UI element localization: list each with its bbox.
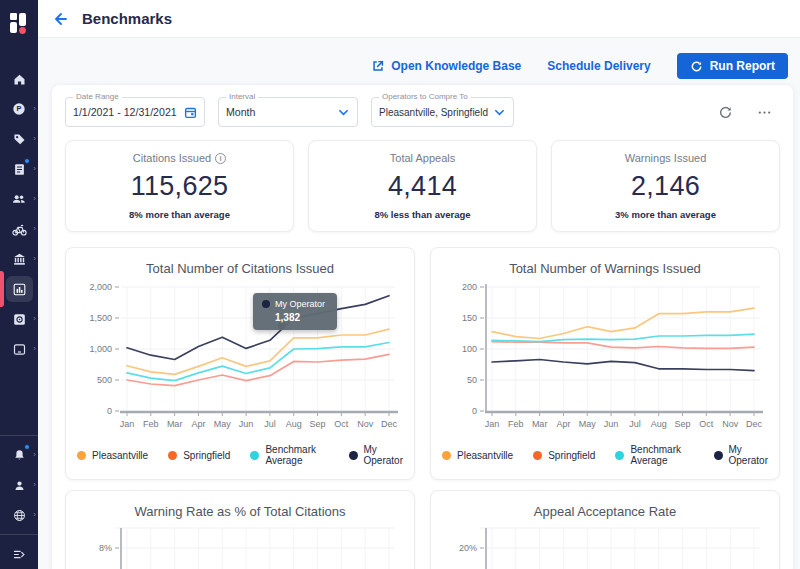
stat-value: 4,414: [388, 171, 457, 202]
report-panel: Date Range 1/1/2021 - 12/31/2021 Interva…: [52, 85, 793, 569]
chevron-down-icon: [493, 106, 506, 119]
sidebar-item-language[interactable]: ›: [0, 500, 38, 530]
svg-text:Mar: Mar: [532, 419, 548, 429]
warnings-chart-card: Total Number of Warnings Issued 05010015…: [430, 247, 780, 480]
series-dot-icon: [262, 300, 270, 308]
sidebar-item-documents[interactable]: ›: [0, 154, 38, 184]
sidebar-item-users[interactable]: ›: [0, 184, 38, 214]
sidebar-item-tags[interactable]: ›: [0, 124, 38, 154]
refresh-icon: [690, 60, 703, 73]
sidebar-item-benchmarks[interactable]: [0, 274, 38, 304]
document-icon: [12, 162, 27, 177]
legend-dot-icon: [615, 451, 624, 460]
appeal-rate-chart-card: Appeal Acceptance Rate 20%15%: [430, 490, 780, 569]
back-button[interactable]: [52, 11, 68, 27]
chart-plot: 20%15%: [442, 524, 768, 569]
legend-label: My Operator: [364, 444, 403, 466]
stat-delta: 3% more than average: [615, 209, 716, 220]
svg-text:Dec: Dec: [381, 419, 398, 429]
chart-legend: PleasantvilleSpringfieldBenchmark Averag…: [77, 444, 403, 466]
warning-rate-chart: 8%6%: [77, 524, 403, 569]
chart-plot: 05001,0001,5002,000JanFebMarAprMayJunJul…: [77, 281, 403, 437]
refresh-button[interactable]: [718, 105, 733, 120]
svg-text:Feb: Feb: [143, 419, 159, 429]
legend-label: Springfield: [548, 450, 595, 461]
bar-chart-icon: [12, 282, 27, 297]
legend-item[interactable]: Springfield: [168, 450, 230, 461]
main-area: Benchmarks Open Knowledge Base Schedule …: [38, 0, 800, 569]
legend-item[interactable]: Benchmark Average: [250, 444, 328, 466]
appeal-rate-chart: 20%15%: [442, 524, 768, 569]
bell-icon: [12, 448, 27, 463]
divider: [0, 435, 38, 436]
sidebar-item-devices[interactable]: ›: [0, 334, 38, 364]
sidebar-collapse-button[interactable]: [0, 539, 38, 569]
sidebar-item-account[interactable]: ›: [0, 470, 38, 500]
stat-value: 2,146: [631, 171, 700, 202]
sidebar-item-home[interactable]: [0, 64, 38, 94]
legend-item[interactable]: Benchmark Average: [615, 444, 693, 466]
legend-item[interactable]: Springfield: [533, 450, 595, 461]
svg-text:Aug: Aug: [286, 419, 302, 429]
svg-text:Oct: Oct: [334, 419, 349, 429]
operators-select[interactable]: Operators to Compre To Pleasantville, Sp…: [371, 97, 514, 127]
tooltip-value: 1,382: [275, 312, 328, 323]
panel-tools: [718, 105, 780, 120]
sidebar-item-notifications[interactable]: ›: [0, 440, 38, 470]
svg-text:500: 500: [97, 375, 112, 385]
schedule-delivery-link[interactable]: Schedule Delivery: [547, 59, 650, 73]
open-knowledge-base-label: Open Knowledge Base: [391, 59, 521, 73]
chart-title: Total Number of Citations Issued: [77, 261, 403, 276]
tooltip-series: My Operator: [275, 299, 325, 309]
app-logo[interactable]: [0, 0, 38, 46]
notification-dot: [24, 444, 30, 450]
svg-text:Jun: Jun: [604, 419, 619, 429]
sidebar-item-products[interactable]: ›: [0, 304, 38, 334]
svg-text:Apr: Apr: [191, 419, 205, 429]
legend-item[interactable]: Pleasantville: [442, 450, 513, 461]
svg-text:200: 200: [462, 282, 477, 292]
svg-text:20%: 20%: [459, 543, 477, 553]
warnings-chart: 050100150200JanFebMarAprMayJunJulAugSepO…: [442, 281, 768, 437]
legend-item[interactable]: Pleasantville: [77, 450, 148, 461]
app-root: P › › › › › ›: [0, 0, 800, 569]
legend-item[interactable]: My Operator: [714, 444, 768, 466]
chevron-right-icon: ›: [33, 105, 36, 113]
legend-item[interactable]: My Operator: [349, 444, 403, 466]
svg-text:50: 50: [467, 375, 477, 385]
svg-text:Nov: Nov: [722, 419, 739, 429]
svg-text:May: May: [579, 419, 597, 429]
interval-select[interactable]: Interval Month: [218, 97, 358, 127]
sidebar-item-operators[interactable]: P ›: [0, 94, 38, 124]
open-knowledge-base-link[interactable]: Open Knowledge Base: [371, 59, 521, 73]
run-report-button[interactable]: Run Report: [677, 53, 788, 79]
sidebar-item-institutions[interactable]: ›: [0, 244, 38, 274]
interval-value: Month: [226, 106, 255, 118]
page-title: Benchmarks: [82, 10, 172, 27]
svg-text:Oct: Oct: [699, 419, 714, 429]
chevron-right-icon: ›: [33, 195, 36, 203]
svg-text:Jul: Jul: [264, 419, 276, 429]
date-range-select[interactable]: Date Range 1/1/2021 - 12/31/2021: [65, 97, 205, 127]
users-icon: [11, 191, 27, 207]
date-range-value: 1/1/2021 - 12/31/2021: [73, 106, 177, 118]
svg-text:0: 0: [107, 406, 112, 416]
chevron-right-icon: ›: [33, 511, 36, 519]
divider: [0, 534, 38, 535]
charts-row-top: Total Number of Citations Issued 05001,0…: [65, 247, 780, 480]
more-options-button[interactable]: [757, 105, 772, 120]
legend-label: Pleasantville: [92, 450, 148, 461]
info-icon[interactable]: i: [215, 153, 226, 164]
sidebar-item-bikes[interactable]: ›: [0, 214, 38, 244]
legend-dot-icon: [250, 451, 259, 460]
notification-dot: [24, 158, 30, 164]
top-bar: Benchmarks: [38, 0, 800, 38]
chevron-right-icon: ›: [33, 451, 36, 459]
legend-label: My Operator: [729, 444, 768, 466]
bicycle-icon: [11, 221, 28, 238]
svg-text:May: May: [214, 419, 232, 429]
svg-text:Nov: Nov: [357, 419, 374, 429]
svg-text:Jan: Jan: [120, 419, 135, 429]
sidebar: P › › › › › ›: [0, 0, 38, 569]
stat-label: Total Appeals: [390, 152, 455, 164]
